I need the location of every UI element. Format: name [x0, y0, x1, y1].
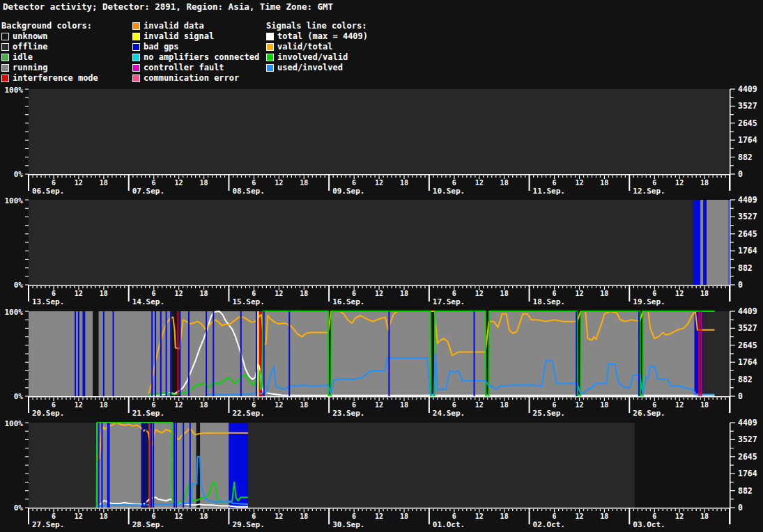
svg-text:6: 6: [352, 513, 356, 520]
svg-text:0: 0: [738, 169, 743, 179]
svg-text:14.Sep.: 14.Sep.: [132, 297, 164, 306]
svg-text:12: 12: [675, 290, 684, 297]
svg-text:06.Sep.: 06.Sep.: [32, 187, 64, 196]
x-axis: 6121861218612186121861218612186121806.Se…: [28, 174, 730, 196]
activity-chart-week-2: 6121861218612186121861218612186121813.Se…: [0, 196, 763, 307]
svg-text:18: 18: [199, 179, 208, 187]
svg-text:12: 12: [75, 513, 83, 520]
svg-text:0%: 0%: [14, 281, 24, 290]
svg-text:12: 12: [375, 401, 383, 409]
svg-text:6: 6: [152, 290, 156, 297]
activity-chart-week-4: 6121861218612186121861218612186121827.Se…: [0, 418, 763, 530]
svg-text:2645: 2645: [738, 229, 757, 239]
svg-text:18: 18: [300, 513, 308, 520]
svg-text:12: 12: [175, 513, 183, 520]
svg-text:0: 0: [738, 280, 743, 290]
svg-text:4409: 4409: [738, 307, 757, 316]
legend-item-label: invalid signal: [144, 31, 214, 42]
svg-text:20.Sep.: 20.Sep.: [32, 409, 64, 418]
svg-text:4409: 4409: [738, 196, 757, 205]
x-axis: 6121861218612186121861218612186121820.Se…: [28, 396, 730, 418]
svg-text:12: 12: [475, 179, 484, 187]
legend-item-label: idle: [13, 52, 33, 63]
svg-text:6: 6: [452, 401, 456, 409]
color-swatch-offline: [1, 43, 9, 51]
svg-text:18: 18: [300, 290, 308, 297]
legend-item-label: communication error: [144, 73, 239, 84]
color-swatch-valid_total: [266, 43, 274, 51]
svg-text:22.Sep.: 22.Sep.: [232, 409, 264, 418]
svg-text:25.Sep.: 25.Sep.: [533, 409, 565, 418]
svg-text:12: 12: [175, 290, 183, 297]
svg-text:18: 18: [700, 401, 709, 409]
color-swatch-bad_gps: [132, 43, 140, 51]
svg-text:6: 6: [352, 401, 356, 409]
svg-text:3527: 3527: [738, 101, 757, 111]
svg-text:12: 12: [675, 179, 684, 187]
legend-item-label: involved/valid: [277, 52, 348, 63]
svg-text:18: 18: [600, 513, 608, 520]
legend-item-involved-valid: involved/valid: [266, 52, 368, 63]
svg-text:12: 12: [375, 179, 383, 187]
svg-text:26.Sep.: 26.Sep.: [633, 409, 665, 418]
background-segments: [693, 200, 730, 285]
legend-item-controller-fault: controller fault: [132, 63, 259, 73]
svg-text:12: 12: [175, 179, 183, 187]
svg-text:18: 18: [300, 401, 308, 409]
svg-text:19.Sep.: 19.Sep.: [633, 297, 665, 306]
legend-status-items: invalid datainvalid signalbad gpsno ampl…: [132, 21, 259, 84]
svg-text:24.Sep.: 24.Sep.: [433, 409, 465, 418]
svg-text:6: 6: [352, 179, 356, 187]
legend-item-label: running: [13, 63, 48, 73]
svg-text:6: 6: [652, 513, 656, 520]
svg-text:12: 12: [275, 401, 283, 409]
svg-text:01.Oct.: 01.Oct.: [433, 520, 465, 529]
svg-text:18: 18: [100, 179, 108, 187]
svg-text:18: 18: [100, 401, 108, 409]
svg-text:0%: 0%: [14, 392, 24, 401]
svg-text:6: 6: [652, 179, 656, 187]
plot-area: [29, 89, 730, 174]
legend-signal-colors: Signals line colors: total (max = 4409)v…: [266, 21, 368, 73]
x-axis: 6121861218612186121861218612186121827.Se…: [28, 508, 730, 529]
y-axis-count: 44093527264517648820: [730, 85, 757, 191]
svg-text:18: 18: [500, 513, 509, 520]
plot-area: [29, 200, 730, 285]
legend-item-label: valid/total: [277, 42, 332, 52]
svg-text:3527: 3527: [738, 323, 757, 333]
legend-item-label: bad gps: [144, 42, 179, 52]
legend-item-label: unknown: [13, 31, 48, 42]
svg-text:18: 18: [600, 401, 608, 409]
svg-text:18: 18: [199, 290, 208, 297]
svg-text:18: 18: [199, 401, 208, 409]
legend-item-label: invalid data: [144, 21, 204, 31]
svg-text:6: 6: [52, 401, 56, 409]
page-title: Detector activity; Detector: 2891, Regio…: [3, 1, 333, 12]
legend-item-valid-total: valid/total: [266, 42, 368, 52]
color-swatch-running: [1, 64, 9, 72]
legend-item-label: total (max = 4409): [277, 31, 368, 42]
legend-item-unknown: unknown: [1, 31, 98, 42]
y-axis-percent: 100%0%: [5, 308, 29, 401]
svg-text:6: 6: [52, 179, 56, 187]
svg-text:18: 18: [600, 290, 608, 297]
svg-text:1764: 1764: [738, 135, 757, 145]
svg-text:6: 6: [152, 401, 156, 409]
svg-text:18: 18: [700, 179, 709, 187]
svg-text:2645: 2645: [738, 118, 757, 128]
svg-text:12: 12: [75, 290, 83, 297]
svg-text:18: 18: [400, 179, 408, 187]
svg-text:18: 18: [100, 290, 108, 297]
svg-text:12: 12: [75, 401, 83, 409]
svg-text:4409: 4409: [738, 418, 757, 428]
svg-text:6: 6: [252, 401, 256, 409]
legend-item-idle: idle: [1, 52, 98, 63]
svg-text:12: 12: [675, 401, 684, 409]
svg-text:21.Sep.: 21.Sep.: [132, 409, 164, 418]
svg-text:12: 12: [475, 513, 484, 520]
color-swatch-total: [266, 33, 274, 40]
svg-text:6: 6: [252, 179, 256, 187]
svg-text:6: 6: [252, 290, 256, 297]
color-swatch-controller_fault: [132, 64, 140, 72]
svg-text:18: 18: [400, 290, 408, 297]
